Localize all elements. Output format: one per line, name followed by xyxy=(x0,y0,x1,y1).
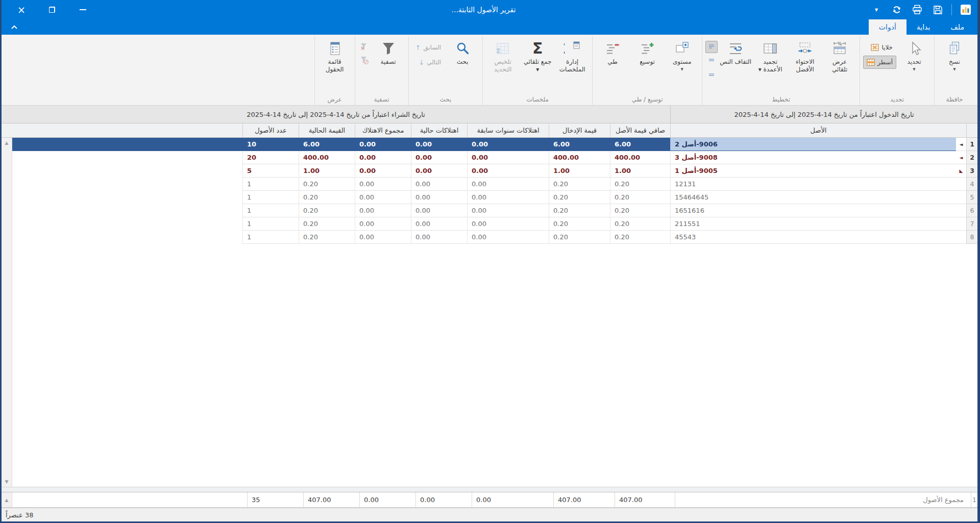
cell-entry[interactable]: 0.20 xyxy=(549,178,610,191)
scroll-down-button[interactable]: ▼ xyxy=(2,477,12,487)
cell-current-value[interactable]: 0.20 xyxy=(299,178,355,191)
clear-filter-button[interactable]: × xyxy=(358,41,371,53)
find-next-button[interactable]: التالي ↓ xyxy=(412,56,445,69)
cell-count[interactable]: 10 xyxy=(242,138,299,151)
row-indicator[interactable]: 5 xyxy=(966,191,977,204)
cell-total-dep[interactable]: 0.00 xyxy=(355,231,411,244)
disable-filter-button[interactable] xyxy=(358,54,371,66)
header-net-asset-value[interactable]: صافي قيمة الأصل xyxy=(610,123,670,137)
filter-button[interactable]: تصفية xyxy=(372,37,405,89)
cell-prev-dep[interactable]: 0.00 xyxy=(467,191,549,204)
cell-current-value[interactable]: 1.00 xyxy=(299,164,355,178)
cell-count[interactable]: 5 xyxy=(242,164,299,178)
header-assets-count[interactable]: عدد الأصول xyxy=(242,123,299,137)
cell-prev-dep[interactable]: 0.00 xyxy=(467,204,549,217)
cell-entry[interactable]: 0.20 xyxy=(549,191,610,204)
cell-total-dep[interactable]: 0.00 xyxy=(355,164,411,178)
minimize-button[interactable] xyxy=(76,3,89,16)
cell-total-dep[interactable]: 0.00 xyxy=(355,217,411,231)
vertical-scrollbar[interactable]: ▲ ▼ xyxy=(2,138,12,487)
search-button[interactable]: بحث xyxy=(446,37,479,89)
header-total-depreciation[interactable]: مجموع الاهتلاك xyxy=(355,123,411,137)
cell-total-dep[interactable]: 0.00 xyxy=(355,204,411,217)
cell-count[interactable]: 1 xyxy=(242,204,299,217)
table-row[interactable]: 3◣9005-أصل 11.001.000.000.000.001.005 xyxy=(12,164,977,178)
group-expand-icon[interactable]: ◄ xyxy=(956,151,966,164)
refresh-button[interactable] xyxy=(890,3,903,16)
cell-net[interactable]: 400.00 xyxy=(610,151,670,164)
band-purchase-date[interactable]: تاريخ الشراء اعتباراً من تاريخ 14-4-2025… xyxy=(2,106,670,123)
select-rows-button[interactable]: أسطر xyxy=(863,56,896,69)
row-indicator[interactable]: 2 xyxy=(966,151,977,164)
cell-current-value[interactable]: 0.20 xyxy=(299,217,355,231)
cell-cur-dep[interactable]: 0.00 xyxy=(411,231,467,244)
summary-scroll-up[interactable]: ▲ xyxy=(2,492,12,507)
cell-entry[interactable]: 0.20 xyxy=(549,231,610,244)
cell-total-dep[interactable]: 0.00 xyxy=(355,151,411,164)
table-row[interactable]: 1◄9006-أصل 26.006.000.000.000.006.0010 xyxy=(12,138,977,151)
expand-strip[interactable] xyxy=(956,231,966,244)
tab-file[interactable]: ملف xyxy=(940,19,974,35)
cell-cur-dep[interactable]: 0.00 xyxy=(411,138,467,151)
manage-summaries-button[interactable]: Σ إدارة الملخصات xyxy=(555,37,589,89)
select-cells-button[interactable]: خلايا xyxy=(863,41,896,54)
table-row[interactable]: 5154646450.200.200.000.000.000.201 xyxy=(12,191,977,204)
cell-cur-dep[interactable]: 0.00 xyxy=(411,191,467,204)
row-indicator[interactable]: 1 xyxy=(966,138,977,151)
cell-count[interactable]: 1 xyxy=(242,231,299,244)
cell-asset[interactable]: 9006-أصل 2 xyxy=(670,138,956,151)
auto-width-button[interactable]: % عرض تلقائي xyxy=(823,37,856,89)
cell-asset[interactable]: 211551 xyxy=(670,217,956,231)
cell-net[interactable]: 0.20 xyxy=(610,178,670,191)
cell-total-dep[interactable]: 0.00 xyxy=(355,178,411,191)
select-button[interactable]: تحديد ▼ xyxy=(897,37,931,89)
scroll-up-button[interactable]: ▲ xyxy=(2,138,12,148)
band-entry-date[interactable]: تاريخ الدخول اعتباراً من تاريخ 14-4-2025… xyxy=(670,106,977,123)
cell-net[interactable]: 0.20 xyxy=(610,191,670,204)
field-list-button[interactable]: قائمة الحقول xyxy=(318,37,352,89)
cell-cur-dep[interactable]: 0.00 xyxy=(411,151,467,164)
cell-entry[interactable]: 0.20 xyxy=(549,204,610,217)
auto-sum-button[interactable]: Σ جمع تلقائي ▾ xyxy=(521,37,554,89)
expand-strip[interactable] xyxy=(956,191,966,204)
cell-count[interactable]: 1 xyxy=(242,191,299,204)
wrap-text-button[interactable]: التفاف النص xyxy=(719,37,752,89)
cell-entry[interactable]: 0.20 xyxy=(549,217,610,231)
row-indicator[interactable]: 6 xyxy=(966,204,977,217)
quick-access-dropdown[interactable]: ▼ xyxy=(870,3,883,16)
best-fit-button[interactable]: الاحتواء الأفضل xyxy=(788,37,822,89)
cell-cur-dep[interactable]: 0.00 xyxy=(411,178,467,191)
align-top-button[interactable] xyxy=(705,41,718,53)
row-indicator[interactable]: 4 xyxy=(966,178,977,191)
cell-cur-dep[interactable]: 0.00 xyxy=(411,217,467,231)
expand-level-button[interactable]: مستوى ▼ xyxy=(665,37,699,89)
cell-prev-dep[interactable]: 0.00 xyxy=(467,231,549,244)
cell-count[interactable]: 1 xyxy=(242,178,299,191)
cell-current-value[interactable]: 0.20 xyxy=(299,231,355,244)
tab-tools[interactable]: أدوات xyxy=(869,19,906,35)
cell-prev-dep[interactable]: 0.00 xyxy=(467,138,549,151)
cell-entry[interactable]: 1.00 xyxy=(549,164,610,178)
cell-net[interactable]: 6.00 xyxy=(610,138,670,151)
cell-asset[interactable]: 9008-أصل 3 xyxy=(670,151,956,164)
tab-home[interactable]: بداية xyxy=(906,19,941,35)
cell-net[interactable]: 0.20 xyxy=(610,217,670,231)
find-previous-button[interactable]: السابق ↑ xyxy=(412,41,445,54)
row-indicator[interactable]: 7 xyxy=(966,217,977,231)
restore-button[interactable] xyxy=(45,3,59,16)
cell-current-value[interactable]: 0.20 xyxy=(299,204,355,217)
cell-prev-dep[interactable]: 0.00 xyxy=(467,217,549,231)
close-button[interactable]: × xyxy=(15,3,28,16)
header-asset[interactable]: الأصل xyxy=(670,123,966,137)
group-expand-icon[interactable]: ◣ xyxy=(956,164,966,178)
freeze-columns-button[interactable]: تجميد الأعمدة ▾ xyxy=(753,37,787,89)
cell-entry[interactable]: 6.00 xyxy=(549,138,610,151)
cell-current-value[interactable]: 400.00 xyxy=(299,151,355,164)
table-row[interactable]: 8455430.200.200.000.000.000.201 xyxy=(12,231,977,244)
table-row[interactable]: 2◄9008-أصل 3400.00400.000.000.000.00400.… xyxy=(12,151,977,164)
cell-prev-dep[interactable]: 0.00 xyxy=(467,151,549,164)
cell-asset[interactable]: 45543 xyxy=(670,231,956,244)
header-entry-value[interactable]: قيمة الإدخال xyxy=(549,123,610,137)
header-current-value[interactable]: القيمة الحالية xyxy=(299,123,355,137)
cell-count[interactable]: 20 xyxy=(242,151,299,164)
